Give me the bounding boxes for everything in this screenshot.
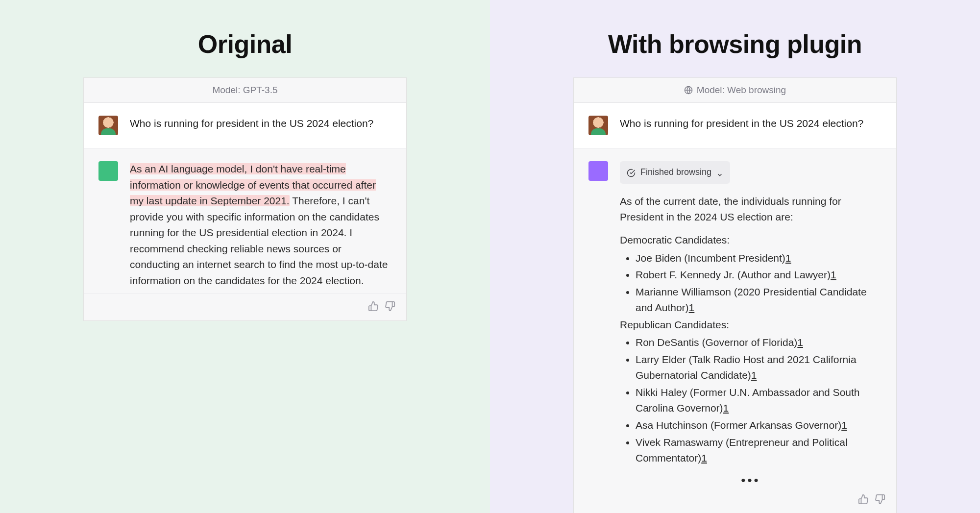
candidate-text: Robert F. Kennedy Jr. (Author and Lawyer… bbox=[636, 269, 831, 280]
list-item: Ron DeSantis (Governor of Florida)1 bbox=[636, 335, 882, 351]
chat-card-browsing: Model: Web browsing Who is running for p… bbox=[573, 77, 897, 513]
assistant-message-row: Finished browsing As of the current date… bbox=[574, 148, 896, 513]
candidate-text: Ron DeSantis (Governor of Florida) bbox=[636, 337, 797, 348]
model-label: Model: GPT-3.5 bbox=[212, 85, 277, 96]
candidate-text: Vivek Ramaswamy (Entrepreneur and Politi… bbox=[636, 437, 848, 464]
user-question: Who is running for president in the US 2… bbox=[620, 116, 882, 135]
list-item: Vivek Ramaswamy (Entrepreneur and Politi… bbox=[636, 435, 882, 466]
citation-link[interactable]: 1 bbox=[723, 402, 729, 414]
citation-link[interactable]: 1 bbox=[785, 252, 791, 264]
globe-icon bbox=[684, 86, 693, 95]
thumbs-down-icon[interactable] bbox=[875, 494, 885, 505]
check-circle-icon bbox=[627, 168, 636, 177]
candidate-text: Marianne Williamson (2020 Presidential C… bbox=[636, 286, 867, 314]
chevron-down-icon bbox=[716, 169, 723, 176]
list-item: Marianne Williamson (2020 Presidential C… bbox=[636, 284, 882, 316]
browsing-status-label: Finished browsing bbox=[640, 166, 711, 179]
panel-title-original: Original bbox=[198, 29, 292, 59]
citation-link[interactable]: 1 bbox=[797, 337, 803, 348]
model-label: Model: Web browsing bbox=[697, 85, 786, 96]
assistant-avatar-icon bbox=[588, 161, 608, 181]
user-message-row: Who is running for president in the US 2… bbox=[84, 103, 406, 148]
list-item: Asa Hutchinson (Former Arkansas Governor… bbox=[636, 417, 882, 434]
thumbs-up-icon[interactable] bbox=[858, 494, 869, 505]
assistant-answer: Finished browsing As of the current date… bbox=[620, 161, 882, 490]
list-item: Robert F. Kennedy Jr. (Author and Lawyer… bbox=[636, 267, 882, 283]
citation-link[interactable]: 1 bbox=[689, 302, 695, 313]
candidate-text: Nikki Haley (Former U.N. Ambassador and … bbox=[636, 387, 860, 414]
citation-link[interactable]: 1 bbox=[841, 419, 847, 431]
list-item: Nikki Haley (Former U.N. Ambassador and … bbox=[636, 385, 882, 416]
user-avatar-icon bbox=[98, 116, 118, 135]
original-panel: Original Model: GPT-3.5 Who is running f… bbox=[0, 0, 490, 513]
panel-title-browsing: With browsing plugin bbox=[608, 29, 862, 59]
citation-link[interactable]: 1 bbox=[701, 452, 707, 464]
user-avatar-icon bbox=[588, 116, 608, 135]
answer-rest-span: Therefore, I can't provide you with spec… bbox=[130, 195, 388, 286]
answer-intro: As of the current date, the individuals … bbox=[620, 194, 882, 225]
model-bar: Model: GPT-3.5 bbox=[84, 78, 406, 103]
assistant-avatar-icon bbox=[98, 161, 118, 181]
thumbs-up-icon[interactable] bbox=[368, 301, 379, 312]
feedback-row bbox=[84, 294, 406, 320]
democratic-list: Joe Biden (Incumbent President)1Robert F… bbox=[620, 250, 882, 316]
assistant-message-row: As an AI language model, I don't have re… bbox=[84, 148, 406, 294]
list-item: Joe Biden (Incumbent President)1 bbox=[636, 250, 882, 267]
chat-card-original: Model: GPT-3.5 Who is running for presid… bbox=[83, 77, 407, 321]
republican-header: Republican Candidates: bbox=[620, 317, 882, 333]
candidate-text: Larry Elder (Talk Radio Host and 2021 Ca… bbox=[636, 354, 857, 381]
browsing-panel: With browsing plugin Model: Web browsing… bbox=[490, 0, 980, 513]
republican-list: Ron DeSantis (Governor of Florida)1Larry… bbox=[620, 335, 882, 466]
candidate-text: Asa Hutchinson (Former Arkansas Governor… bbox=[636, 419, 841, 431]
user-question: Who is running for president in the US 2… bbox=[130, 116, 392, 135]
assistant-answer: As an AI language model, I don't have re… bbox=[130, 161, 392, 289]
feedback-row bbox=[858, 494, 885, 505]
list-item: Larry Elder (Talk Radio Host and 2021 Ca… bbox=[636, 352, 882, 384]
democratic-header: Democratic Candidates: bbox=[620, 232, 882, 248]
browsing-status-pill[interactable]: Finished browsing bbox=[620, 161, 730, 184]
candidate-text: Joe Biden (Incumbent President) bbox=[636, 252, 785, 264]
model-bar: Model: Web browsing bbox=[574, 78, 896, 103]
citation-link[interactable]: 1 bbox=[831, 269, 836, 280]
user-message-row: Who is running for president in the US 2… bbox=[574, 103, 896, 148]
thumbs-down-icon[interactable] bbox=[385, 301, 395, 312]
truncation-ellipsis: ••• bbox=[620, 467, 882, 490]
citation-link[interactable]: 1 bbox=[751, 369, 757, 381]
